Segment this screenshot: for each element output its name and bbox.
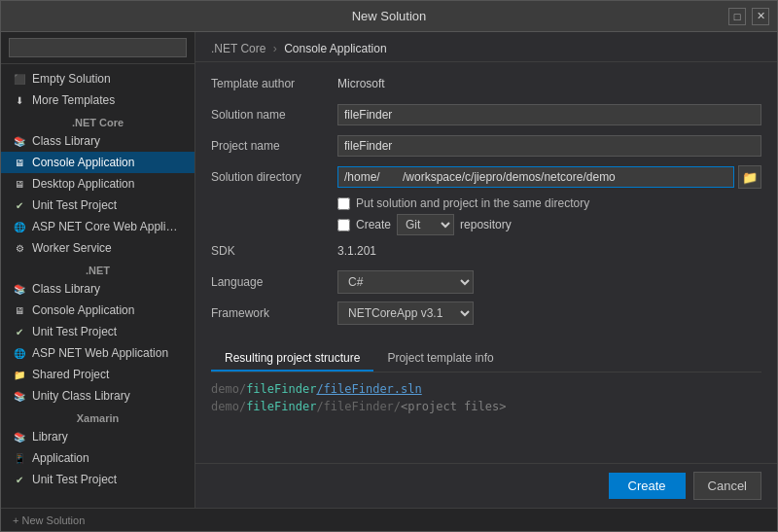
unity-class-library-icon: 📚 xyxy=(13,389,26,403)
sidebar-item-label: More Templates xyxy=(32,93,115,107)
section-header-net-core: .NET Core xyxy=(1,111,194,130)
solution-name-label: Solution name xyxy=(211,108,337,122)
same-dir-label: Put solution and project in the same dir… xyxy=(356,196,589,210)
git-row: Create Git None repository xyxy=(337,214,761,235)
minimize-button[interactable]: □ xyxy=(728,8,746,25)
dialog-body: ⬛ Empty Solution ⬇ More Templates .NET C… xyxy=(1,32,777,508)
sidebar-item-label: Empty Solution xyxy=(32,72,111,86)
sidebar-item-label: Class Library xyxy=(32,282,100,296)
solution-name-input[interactable] xyxy=(337,104,761,125)
sdk-label: SDK xyxy=(211,244,337,258)
sidebar-item-application-xamarin[interactable]: 📱 Application xyxy=(1,447,194,469)
sidebar-item-desktop-application[interactable]: 🖥 Desktop Application xyxy=(1,173,194,195)
panel-header: .NET Core › Console Application xyxy=(195,32,777,62)
template-author-label: Template author xyxy=(211,77,337,90)
sidebar-item-unit-test-core[interactable]: ✔ Unit Test Project xyxy=(1,195,194,216)
sidebar-list: ⬛ Empty Solution ⬇ More Templates .NET C… xyxy=(1,64,194,508)
project-name-input[interactable] xyxy=(337,135,761,157)
structure-line2-dim: demo/ xyxy=(211,400,246,413)
desktop-application-icon: 🖥 xyxy=(13,177,26,191)
git-checkbox[interactable] xyxy=(337,219,350,231)
structure-line1-dim: demo/ xyxy=(211,382,246,396)
project-name-row: Project name xyxy=(211,134,761,158)
console-application-icon: 🖥 xyxy=(13,156,26,169)
sidebar-item-label: Application xyxy=(32,451,89,465)
breadcrumb-current: Console Application xyxy=(284,42,386,55)
shared-project-icon: 📁 xyxy=(13,368,26,381)
solution-dir-label: Solution directory xyxy=(211,170,337,184)
dialog-title: New Solution xyxy=(352,9,427,23)
section-header-net: .NET xyxy=(1,259,194,278)
sidebar-item-unit-test-xamarin[interactable]: ✔ Unit Test Project xyxy=(1,469,194,490)
framework-select[interactable]: NETCoreApp v3.1 NETCoreApp v5.0 xyxy=(337,301,474,325)
sidebar-item-label: Shared Project xyxy=(32,368,109,381)
git-select[interactable]: Git None xyxy=(397,214,454,235)
class-library-icon: 📚 xyxy=(13,134,26,148)
search-input[interactable] xyxy=(9,38,187,57)
solution-name-row: Solution name xyxy=(211,103,761,126)
sidebar: ⬛ Empty Solution ⬇ More Templates .NET C… xyxy=(1,32,195,508)
sidebar-item-class-library-net[interactable]: 📚 Class Library xyxy=(1,278,194,300)
language-row: Language C# F# VB xyxy=(211,270,761,294)
sidebar-item-label: Console Application xyxy=(32,303,134,317)
create-label: Create xyxy=(356,218,391,231)
breadcrumb-separator: › xyxy=(273,42,280,55)
form-area: Template author Microsoft Solution name … xyxy=(195,62,777,342)
sidebar-item-label: Unit Test Project xyxy=(32,473,117,486)
close-button[interactable]: ✕ xyxy=(752,8,769,25)
title-bar: New Solution □ ✕ xyxy=(1,1,777,32)
sidebar-item-label: Worker Service xyxy=(32,241,112,255)
same-dir-checkbox[interactable] xyxy=(337,197,350,210)
structure-line-2: demo/fileFinder/fileFinder/<project file… xyxy=(211,400,761,413)
sidebar-search-container xyxy=(1,32,194,64)
tab-project-template-info[interactable]: Project template info xyxy=(373,346,507,372)
language-select[interactable]: C# F# VB xyxy=(337,270,474,294)
section-header-xamarin: Xamarin xyxy=(1,407,194,426)
class-library-net-icon: 📚 xyxy=(13,282,26,296)
language-label: Language xyxy=(211,275,337,289)
sidebar-item-class-library-core[interactable]: 📚 Class Library xyxy=(1,130,194,152)
solution-dir-input[interactable] xyxy=(337,166,734,188)
sidebar-item-more-templates[interactable]: ⬇ More Templates xyxy=(1,89,194,111)
sidebar-item-empty-solution[interactable]: ⬛ Empty Solution xyxy=(1,68,194,89)
tab-resulting-structure[interactable]: Resulting project structure xyxy=(211,346,373,372)
framework-row: Framework NETCoreApp v3.1 NETCoreApp v5.… xyxy=(211,301,761,325)
sidebar-item-console-application-core[interactable]: 🖥 Console Application xyxy=(1,152,194,173)
unit-test-xamarin-icon: ✔ xyxy=(13,473,26,486)
sidebar-item-label: Unit Test Project xyxy=(32,325,117,338)
dialog-footer: Create Cancel xyxy=(195,463,777,508)
library-icon: 📚 xyxy=(13,430,26,443)
browse-dir-button[interactable]: 📁 xyxy=(738,165,761,189)
sidebar-item-label: Desktop Application xyxy=(32,177,134,191)
sidebar-item-asp-net-web[interactable]: 🌐 ASP NET Web Application xyxy=(1,342,194,364)
sidebar-item-worker-service[interactable]: ⚙ Worker Service xyxy=(1,237,194,259)
sidebar-item-asp-net-core[interactable]: 🌐 ASP NET Core Web Applicat... xyxy=(1,216,194,237)
tabs-bar: Resulting project structure Project temp… xyxy=(211,346,761,372)
sidebar-item-label: Class Library xyxy=(32,134,100,148)
console-application-net-icon: 🖥 xyxy=(13,303,26,317)
structure-line1-bright: fileFinder xyxy=(246,382,316,396)
bottom-bar: + New Solution xyxy=(1,508,777,531)
template-author-row: Template author Microsoft xyxy=(211,72,761,95)
sdk-value: 3.1.201 xyxy=(337,244,376,258)
main-panel: .NET Core › Console Application Template… xyxy=(195,32,777,508)
worker-service-icon: ⚙ xyxy=(13,241,26,255)
sidebar-item-console-application-net[interactable]: 🖥 Console Application xyxy=(1,300,194,321)
sidebar-item-shared-project[interactable]: 📁 Shared Project xyxy=(1,364,194,385)
sidebar-item-label: Unit Test Project xyxy=(32,198,117,212)
sidebar-item-label: ASP NET Web Application xyxy=(32,346,168,360)
sidebar-item-library-xamarin[interactable]: 📚 Library xyxy=(1,426,194,447)
sidebar-item-unit-test-net[interactable]: ✔ Unit Test Project xyxy=(1,321,194,342)
title-bar-controls: □ ✕ xyxy=(728,8,769,25)
empty-solution-icon: ⬛ xyxy=(13,72,26,86)
solution-dir-row: Solution directory 📁 xyxy=(211,165,761,189)
sidebar-item-unity-class-library[interactable]: 📚 Unity Class Library xyxy=(1,385,194,407)
project-name-label: Project name xyxy=(211,139,337,153)
structure-line2-bright: fileFinder xyxy=(246,400,316,413)
create-button[interactable]: Create xyxy=(609,473,686,499)
breadcrumb-parent: .NET Core xyxy=(211,42,265,55)
cancel-button[interactable]: Cancel xyxy=(693,472,761,500)
structure-line2-end: <project files> xyxy=(401,400,506,413)
structure-line1-link: /fileFinder.sln xyxy=(316,382,421,396)
repository-label: repository xyxy=(460,218,512,231)
